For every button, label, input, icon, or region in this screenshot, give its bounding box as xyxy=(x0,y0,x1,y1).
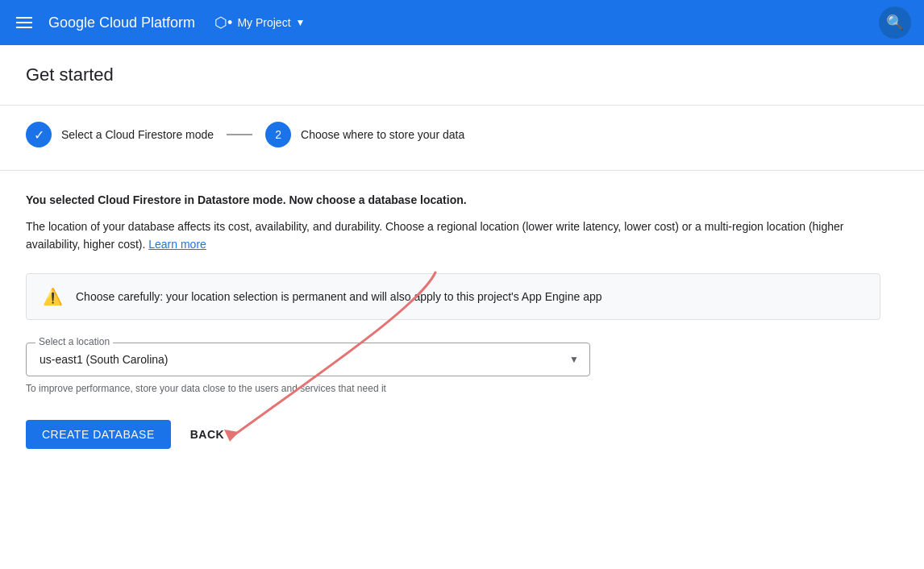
step-1: Select a Cloud Firestore mode xyxy=(26,122,214,147)
select-value: us-east1 (South Carolina) xyxy=(40,353,557,366)
step-2-label: Choose where to store your data xyxy=(301,128,464,141)
button-row: CREATE DATABASE BACK xyxy=(26,420,898,449)
step-2-circle: 2 xyxy=(265,122,291,147)
location-select-container: Select a location us-east1 (South Caroli… xyxy=(26,343,590,376)
stepper: Select a Cloud Firestore mode 2 Choose w… xyxy=(26,106,898,164)
select-hint: To improve performance, store your data … xyxy=(26,383,898,394)
main-section: You selected Cloud Firestore in Datastor… xyxy=(26,171,898,449)
page-title: Get started xyxy=(26,64,898,85)
search-icon: 🔍 xyxy=(886,14,904,31)
step-2: 2 Choose where to store your data xyxy=(265,122,464,147)
search-button[interactable]: 🔍 xyxy=(879,6,911,39)
learn-more-link[interactable]: Learn more xyxy=(148,238,206,251)
back-button[interactable]: BACK xyxy=(190,428,224,441)
hamburger-menu[interactable] xyxy=(13,14,35,31)
project-name: My Project xyxy=(237,16,290,29)
chevron-down-icon: ▼ xyxy=(296,17,306,28)
select-label: Select a location xyxy=(35,336,113,347)
step-connector xyxy=(227,134,252,135)
section-description: The location of your database affects it… xyxy=(26,218,880,254)
section-subtitle: You selected Cloud Firestore in Datastor… xyxy=(26,193,898,206)
project-icon: ⬡• xyxy=(214,14,232,31)
warning-text: Choose carefully: your location selectio… xyxy=(76,290,602,303)
chevron-down-icon: ▼ xyxy=(569,354,579,365)
step-1-circle xyxy=(26,122,52,147)
location-select[interactable]: us-east1 (South Carolina) ▼ xyxy=(26,343,590,376)
step-1-label: Select a Cloud Firestore mode xyxy=(61,128,214,141)
project-selector[interactable]: ⬡• My Project ▼ xyxy=(214,14,305,31)
top-navigation: Google Cloud Platform ⬡• My Project ▼ 🔍 xyxy=(0,0,924,45)
warning-icon: ⚠️ xyxy=(43,287,63,306)
logo-text: Google Cloud Platform xyxy=(48,15,195,31)
warning-box: ⚠️ Choose carefully: your location selec… xyxy=(26,273,880,320)
create-database-button[interactable]: CREATE DATABASE xyxy=(26,420,171,449)
